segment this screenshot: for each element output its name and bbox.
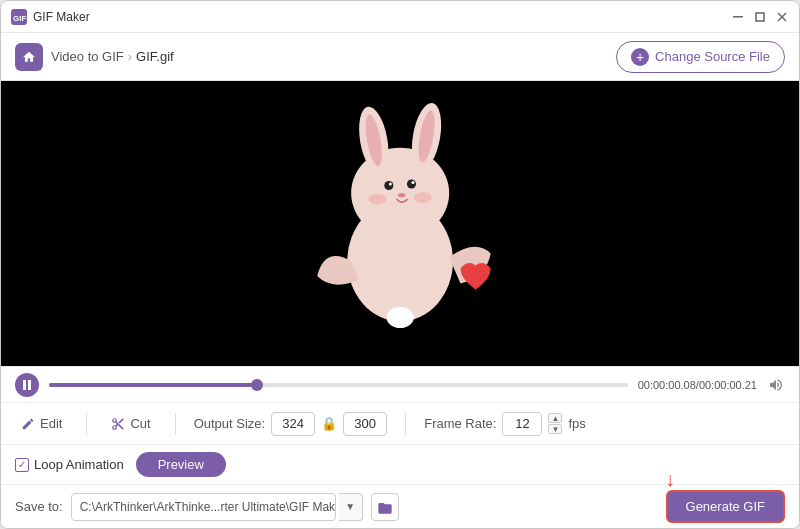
window-title: GIF Maker — [33, 10, 731, 24]
separator-1 — [86, 413, 87, 435]
generate-label: Generate GIF — [686, 499, 765, 514]
loop-animation-label: Loop Animation — [34, 457, 124, 472]
generate-area: ↓ Generate GIF — [662, 490, 785, 523]
separator-3 — [405, 413, 406, 435]
svg-rect-20 — [23, 380, 26, 390]
video-content — [1, 81, 799, 366]
breadcrumb-parent[interactable]: Video to GIF — [51, 49, 124, 64]
close-button[interactable] — [775, 10, 789, 24]
time-current: 00:00:00.08 — [638, 379, 696, 391]
output-size-label: Output Size: — [194, 416, 266, 431]
pause-button[interactable] — [15, 373, 39, 397]
svg-point-16 — [398, 193, 406, 198]
loop-animation-checkbox-label[interactable]: Loop Animation — [15, 457, 124, 472]
svg-text:GIF: GIF — [13, 14, 26, 23]
svg-point-13 — [407, 180, 416, 189]
breadcrumb-current: GIF.gif — [136, 49, 174, 64]
plus-circle-icon: + — [631, 48, 649, 66]
app-icon: GIF — [11, 9, 27, 25]
progress-thumb[interactable] — [251, 379, 263, 391]
minimize-button[interactable] — [731, 10, 745, 24]
progress-bar[interactable] — [49, 383, 628, 387]
edit-label: Edit — [40, 416, 62, 431]
playback-controls: 00:00:00.08/00:00:00.21 — [1, 366, 799, 402]
svg-point-14 — [389, 183, 392, 186]
home-icon — [22, 50, 36, 64]
progress-fill — [49, 383, 257, 387]
frame-rate-group: Frame Rate: ▲ ▼ fps — [424, 412, 586, 436]
frame-rate-down[interactable]: ▼ — [548, 424, 562, 434]
width-input[interactable] — [271, 412, 315, 436]
svg-point-17 — [386, 307, 413, 328]
loop-bar: Loop Animation Preview — [1, 444, 799, 484]
svg-rect-2 — [733, 16, 743, 18]
separator-2 — [175, 413, 176, 435]
window-controls — [731, 10, 789, 24]
change-source-button[interactable]: + Change Source File — [616, 41, 785, 73]
breadcrumb-toolbar: Video to GIF › GIF.gif + Change Source F… — [1, 33, 799, 81]
volume-button[interactable] — [767, 376, 785, 394]
svg-point-12 — [384, 181, 393, 190]
fps-label: fps — [568, 416, 585, 431]
arrow-down-indicator: ↓ — [665, 468, 675, 491]
time-display: 00:00:00.08/00:00:00.21 — [638, 379, 757, 391]
bunny-illustration — [287, 95, 513, 352]
frame-rate-up[interactable]: ▲ — [548, 413, 562, 423]
browse-folder-button[interactable] — [371, 493, 399, 521]
save-path-text: C:\ArkThinker\ArkThinke...rter Ultimate\… — [80, 500, 336, 514]
change-source-label: Change Source File — [655, 49, 770, 64]
preview-button[interactable]: Preview — [136, 452, 226, 477]
frame-rate-input[interactable] — [502, 412, 542, 436]
frame-rate-spinner: ▲ ▼ — [548, 413, 562, 434]
edit-icon — [21, 417, 35, 431]
loop-animation-checkbox[interactable] — [15, 458, 29, 472]
save-path-display: C:\ArkThinker\ArkThinke...rter Ultimate\… — [71, 493, 336, 521]
home-button[interactable] — [15, 43, 43, 71]
main-window: GIF GIF Maker Video to GIF — [0, 0, 800, 529]
pause-icon — [22, 379, 32, 391]
breadcrumb-separator: › — [128, 49, 132, 64]
svg-point-7 — [351, 148, 449, 239]
breadcrumb: Video to GIF › GIF.gif — [51, 49, 174, 64]
svg-point-15 — [411, 181, 414, 184]
volume-icon — [768, 377, 784, 393]
cut-label: Cut — [130, 416, 150, 431]
save-to-label: Save to: — [15, 499, 63, 514]
frame-rate-label: Frame Rate: — [424, 416, 496, 431]
svg-rect-3 — [756, 13, 764, 21]
edit-toolbar: Edit Cut Output Size: 🔒 Frame Rate: ▲ ▼ … — [1, 402, 799, 444]
generate-gif-button[interactable]: Generate GIF — [666, 490, 785, 523]
svg-rect-21 — [28, 380, 31, 390]
folder-icon — [377, 500, 393, 514]
cut-button[interactable]: Cut — [105, 413, 156, 434]
output-size-group: Output Size: 🔒 — [194, 412, 388, 436]
lock-icon[interactable]: 🔒 — [321, 416, 337, 431]
preview-label: Preview — [158, 457, 204, 472]
time-total: 00:00:00.21 — [699, 379, 757, 391]
edit-button[interactable]: Edit — [15, 413, 68, 434]
svg-point-19 — [414, 193, 432, 204]
video-preview — [1, 81, 799, 366]
maximize-button[interactable] — [753, 10, 767, 24]
title-bar: GIF GIF Maker — [1, 1, 799, 33]
svg-point-18 — [368, 194, 386, 205]
height-input[interactable] — [343, 412, 387, 436]
save-bar: Save to: C:\ArkThinker\ArkThinke...rter … — [1, 484, 799, 528]
scissors-icon — [111, 417, 125, 431]
save-path-dropdown[interactable]: ▼ — [339, 493, 363, 521]
